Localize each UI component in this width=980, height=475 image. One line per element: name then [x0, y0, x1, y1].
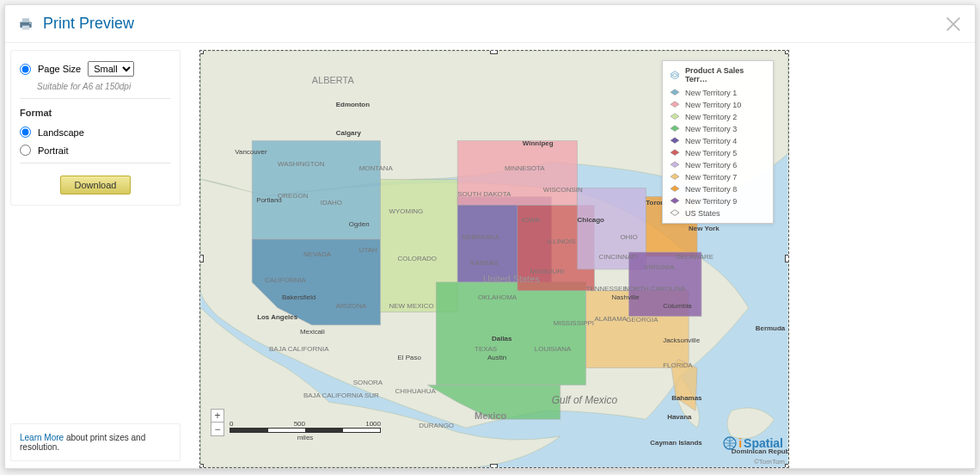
svg-text:New York: New York [689, 225, 720, 232]
legend-label: US States [685, 209, 720, 218]
svg-text:United States: United States [483, 274, 540, 284]
legend-item: New Territory 3 [663, 123, 773, 135]
page-size-hint: Suitable for A6 at 150dpi [37, 82, 171, 91]
close-icon[interactable] [944, 15, 963, 34]
territory-swatch-icon [670, 185, 680, 194]
printer-icon [17, 15, 34, 33]
territory-swatch-icon [670, 149, 680, 157]
divider [20, 163, 171, 163]
legend-item: New Territory 1 [663, 87, 773, 99]
svg-text:Calgary: Calgary [336, 129, 362, 137]
svg-text:El Paso: El Paso [397, 354, 421, 361]
svg-text:Los Angeles: Los Angeles [257, 313, 298, 321]
svg-text:Bakersfield: Bakersfield [282, 293, 315, 301]
svg-text:CINCINNATI: CINCINNATI [598, 253, 637, 261]
settings-panel: Page Size Small Suitable for A6 at 150dp… [10, 50, 181, 206]
portrait-radio[interactable] [20, 145, 31, 156]
crop-handle-tm[interactable] [490, 50, 498, 54]
svg-text:ARIZONA: ARIZONA [336, 302, 367, 310]
crop-handle-tl[interactable] [199, 50, 204, 54]
svg-marker-96 [671, 186, 679, 192]
svg-text:ALBERTA: ALBERTA [312, 75, 355, 85]
scale-bar: 0 500 1000 miles [230, 420, 381, 441]
territory-swatch-icon [670, 89, 680, 97]
preview-area: ALBERTA ONTARIO Edmonton Calgary Vancouv… [186, 43, 975, 468]
svg-text:MISSISSIPPI: MISSISSIPPI [554, 319, 594, 327]
svg-marker-92 [671, 138, 679, 144]
svg-marker-93 [671, 150, 679, 156]
legend-label: New Territory 1 [685, 89, 737, 97]
page-size-label: Page Size [38, 64, 81, 74]
svg-text:NEW MEXICO: NEW MEXICO [389, 302, 434, 310]
zoom-out-button[interactable]: − [211, 423, 224, 436]
svg-text:Ogden: Ogden [349, 220, 370, 228]
svg-text:WASHINGTON: WASHINGTON [278, 160, 325, 168]
crop-handle-bl[interactable] [199, 464, 204, 468]
svg-text:Mexico: Mexico [475, 410, 506, 421]
legend-label: New Territory 3 [685, 125, 737, 133]
page-size-radio[interactable] [20, 64, 31, 75]
scale-unit: miles [297, 434, 314, 441]
svg-text:CALIFORNIA: CALIFORNIA [265, 276, 306, 284]
svg-text:TEXAS: TEXAS [475, 345, 497, 353]
portrait-label: Portrait [38, 145, 68, 156]
legend-panel: Product A Sales Terr… New Territory 1New… [662, 60, 774, 224]
svg-text:VIRGINIA: VIRGINIA [644, 263, 675, 271]
svg-text:Winnipeg: Winnipeg [523, 139, 554, 147]
svg-text:Chicago: Chicago [578, 216, 605, 224]
svg-marker-87 [671, 73, 679, 79]
page-size-select[interactable]: Small [88, 61, 134, 77]
legend-item: New Territory 7 [663, 171, 773, 183]
svg-text:ILLINOIS: ILLINOIS [548, 238, 576, 245]
map-frame[interactable]: ALBERTA ONTARIO Edmonton Calgary Vancouv… [199, 50, 789, 468]
modal-body: Page Size Small Suitable for A6 at 150dp… [5, 43, 975, 468]
svg-rect-1 [22, 18, 29, 22]
svg-text:Vancouver: Vancouver [235, 148, 267, 156]
svg-text:Columbia: Columbia [663, 302, 692, 310]
crop-handle-ml[interactable] [199, 255, 204, 262]
crop-handle-bm[interactable] [490, 464, 498, 468]
svg-text:WISCONSIN: WISCONSIN [543, 186, 583, 194]
scale-tick: 500 [294, 420, 305, 428]
modal-header: Print Preview [5, 5, 975, 43]
scale-tick: 1000 [365, 420, 381, 428]
territory-swatch-icon [670, 113, 680, 121]
svg-text:GEORGIA: GEORGIA [626, 316, 658, 324]
territory-swatch-icon [670, 161, 680, 170]
legend-label: New Territory 9 [685, 197, 737, 206]
svg-marker-97 [671, 198, 679, 204]
landscape-radio[interactable] [20, 126, 31, 138]
learn-more-link[interactable]: Learn More [20, 433, 64, 442]
map-attribution: ©TomTom [754, 458, 785, 466]
svg-text:FLORIDA: FLORIDA [663, 361, 693, 369]
zoom-controls: + − [211, 409, 224, 436]
svg-text:TENNESSEE: TENNESSEE [586, 285, 628, 293]
svg-text:MINNESOTA: MINNESOTA [505, 164, 545, 172]
svg-text:ALABAMA: ALABAMA [595, 315, 628, 323]
legend-label: New Territory 5 [685, 149, 737, 157]
zoom-in-button[interactable]: + [211, 409, 224, 423]
layers-icon [670, 209, 680, 218]
territory-swatch-icon [670, 101, 680, 109]
svg-text:Jacksonville: Jacksonville [663, 336, 700, 344]
svg-text:Austin: Austin [487, 354, 506, 361]
legend-item: New Territory 10 [663, 99, 773, 111]
legend-item: New Territory 6 [663, 159, 773, 171]
divider [20, 98, 171, 99]
svg-text:SONORA: SONORA [353, 379, 383, 386]
svg-text:Edmonton: Edmonton [336, 101, 370, 108]
download-button[interactable]: Download [60, 176, 132, 194]
svg-text:DURANGO: DURANGO [419, 422, 454, 429]
territory-swatch-icon [670, 197, 680, 206]
svg-text:MONTANA: MONTANA [359, 164, 394, 172]
globe-icon [723, 436, 737, 450]
legend-item: New Territory 9 [663, 195, 773, 207]
crop-handle-mr[interactable] [785, 255, 789, 262]
legend-item: New Territory 4 [663, 135, 773, 147]
layers-icon [670, 71, 680, 79]
crop-handle-br[interactable] [785, 464, 789, 468]
crop-handle-tr[interactable] [785, 50, 789, 54]
svg-text:Gulf of Mexico: Gulf of Mexico [552, 394, 618, 406]
svg-text:Cayman Islands: Cayman Islands [650, 439, 702, 447]
territory-swatch-icon [670, 137, 680, 145]
